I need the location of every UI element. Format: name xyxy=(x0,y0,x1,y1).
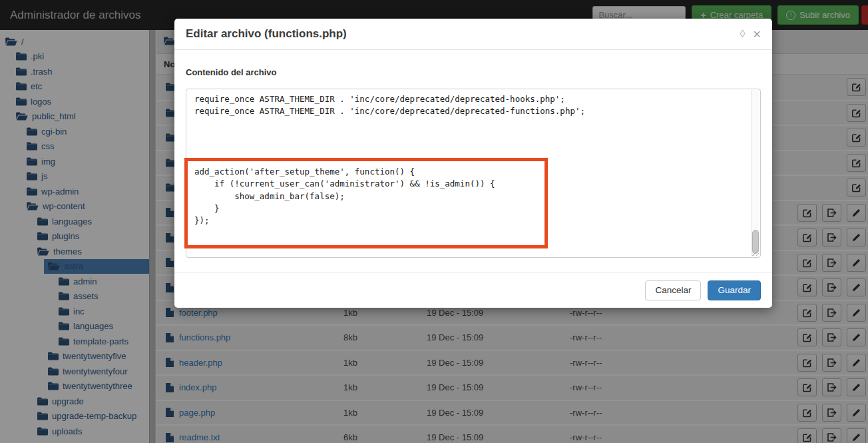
textarea-scrollbar-track[interactable] xyxy=(751,90,760,256)
modal-footer: Cancelar Guardar xyxy=(174,272,772,308)
code-text: require_once ASTRA_THEME_DIR . 'inc/core… xyxy=(186,89,760,230)
close-icon[interactable]: × xyxy=(753,27,761,41)
cancel-button[interactable]: Cancelar xyxy=(645,280,701,300)
diamond-icon: ◊ xyxy=(740,28,745,40)
modal-body: Contenido del archivo require_once ASTRA… xyxy=(174,50,772,258)
modal-header: Editar archivo (functions.php) ◊ × xyxy=(174,19,772,50)
modal-title: Editar archivo (functions.php) xyxy=(186,27,347,41)
edit-file-modal: Editar archivo (functions.php) ◊ × Conte… xyxy=(174,19,772,308)
textarea-resize-handle[interactable] xyxy=(752,249,759,256)
file-content-label: Contenido del archivo xyxy=(186,67,761,78)
save-button[interactable]: Guardar xyxy=(708,280,761,300)
file-content-textarea[interactable]: require_once ASTRA_THEME_DIR . 'inc/core… xyxy=(186,89,761,258)
